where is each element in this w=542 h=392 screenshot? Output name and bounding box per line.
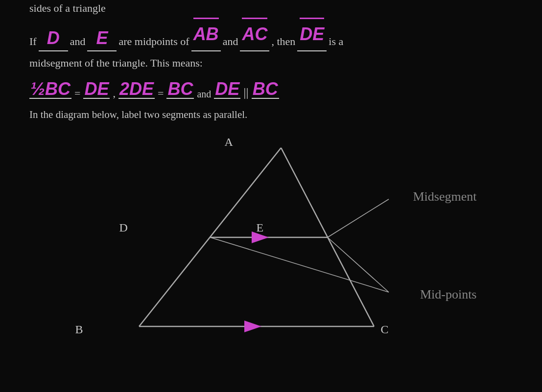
- math-blank2: DE: [83, 80, 110, 99]
- math-equation-line: ½BC = DE , 2DE = BC and DE || BC: [29, 80, 513, 99]
- svg-marker-5: [244, 321, 261, 332]
- sentence-block: If D and E are midpoints of AB and AC , …: [29, 19, 513, 72]
- blank2-handwritten: E: [96, 28, 108, 48]
- math-hw6: BC: [253, 79, 278, 99]
- blank5-overline: DE: [300, 19, 324, 50]
- math-comma: ,: [113, 88, 116, 99]
- blank1: D: [39, 29, 68, 51]
- annotation-midsegment: Midsegment: [413, 189, 477, 204]
- math-hw3: 2DE: [119, 79, 154, 99]
- top-partial-text: sides of a triangle: [29, 0, 513, 15]
- math-parallel: ||: [243, 86, 248, 99]
- math-blank1: ½BC: [29, 80, 71, 99]
- diagram-container: A B C D E Midsegment Mid-points: [51, 131, 492, 341]
- are-midpoints-label: are midpoints of: [118, 32, 189, 51]
- diagram-label: In the diagram below, label two segments…: [29, 109, 513, 121]
- label-a: A: [225, 136, 233, 149]
- annotation-midpoints: Mid-points: [420, 287, 477, 302]
- blank4: AC: [240, 19, 269, 51]
- blank5: DE: [297, 19, 327, 51]
- math-and: and: [197, 89, 211, 99]
- blank4-overline: AC: [242, 19, 267, 50]
- blank1-handwritten: D: [47, 28, 60, 48]
- math-eq2: =: [158, 88, 164, 99]
- label-d: D: [119, 221, 128, 234]
- blank2: E: [87, 29, 117, 51]
- label-c: C: [380, 323, 388, 336]
- and2-label: and: [223, 32, 238, 51]
- label-e: E: [257, 221, 264, 234]
- math-blank5: DE: [214, 80, 240, 99]
- then-label: , then: [271, 32, 295, 51]
- blank3-overline: AB: [193, 19, 219, 50]
- math-hw2: DE: [84, 79, 109, 99]
- is-a-label: is a: [329, 32, 343, 51]
- math-eq1: =: [74, 88, 80, 99]
- sentence-line1: If D and E are midpoints of AB and AC , …: [29, 19, 513, 51]
- triangle-svg: [51, 131, 492, 341]
- svg-line-7: [328, 237, 389, 292]
- math-blank4: BC: [166, 80, 194, 99]
- svg-line-8: [210, 237, 389, 292]
- math-hw5: DE: [215, 79, 239, 99]
- math-hw4: BC: [167, 79, 193, 99]
- math-blank6: BC: [252, 80, 279, 99]
- and1-label: and: [70, 32, 86, 51]
- sentence-line2: midsegment of the triangle. This means:: [29, 53, 513, 73]
- blank3: AB: [191, 19, 221, 51]
- label-b: B: [75, 323, 83, 336]
- svg-line-6: [328, 199, 389, 237]
- math-blank3: 2DE: [118, 80, 155, 99]
- math-hw1: ½BC: [30, 79, 71, 99]
- if-label: If: [29, 32, 37, 51]
